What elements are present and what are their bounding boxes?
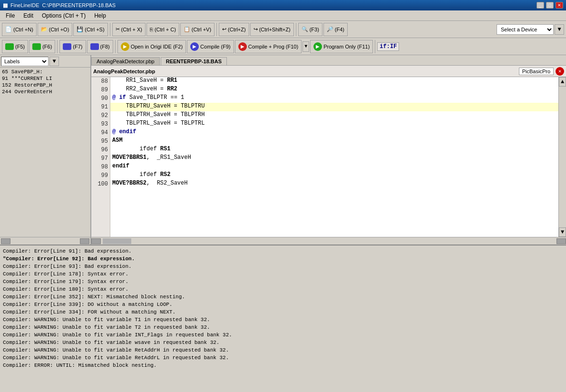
compile-dropdown-button[interactable]: ▼ [303, 41, 309, 52]
vertical-scrollbar[interactable]: ▲ ▼ [558, 77, 566, 237]
editor-panel: AnalogPeakDetector.pbp REENTERPBP-18.BAS… [91, 55, 566, 245]
new-icon: 📄 [5, 26, 12, 32]
menu-edit[interactable]: Edit [20, 11, 37, 20]
menu-file[interactable]: File [2, 11, 19, 20]
title-bar-controls: _ □ ✕ [537, 2, 563, 9]
separator3 [296, 23, 296, 36]
open-button[interactable]: 📂 (Ctrl +O) [38, 23, 72, 36]
scrollbar-thumb-right[interactable] [80, 238, 89, 244]
editor-filename: AnalogPeakDetector.pbp [93, 69, 519, 74]
table-row[interactable]: MOVE?BB RS1, _RS1_SaveH [110, 154, 558, 163]
table-row[interactable]: ifdef RS1 [110, 146, 558, 154]
editor-horizontal-scrollbar[interactable] [91, 237, 566, 245]
table-row[interactable]: RR1_SaveH = RR1 [110, 77, 558, 86]
list-item[interactable]: 152 RestorePBP_H [1, 82, 89, 88]
tab-analogpeakdetector[interactable]: AnalogPeakDetector.pbp [91, 57, 160, 65]
menu-options[interactable]: Options (Ctrl + T) [38, 11, 89, 20]
list-item: Compiler: Error[Line 91]: Bad expression… [3, 247, 563, 255]
toolbar1: 📄 (Ctrl +N) 📂 (Ctrl +O) 💾 (Ctrl +S) ✂ (C… [0, 21, 566, 38]
scroll-right-button[interactable] [556, 238, 566, 244]
cut-button[interactable]: ✂ (Ctrl + X) [112, 23, 146, 36]
redo-button[interactable]: ↪ (Ctrl+Shift+Z) [250, 23, 294, 36]
line-numbers: 888990919293949596979899100 [91, 77, 110, 237]
menu-help[interactable]: Help [90, 11, 110, 20]
table-row[interactable]: ASM [110, 137, 558, 146]
separator6 [375, 40, 375, 53]
close-editor-button[interactable]: ✕ [556, 67, 564, 76]
tab-reenterpbp[interactable]: REENTERPBP-18.BAS [161, 57, 227, 65]
f8-button[interactable]: (F8) [87, 40, 113, 53]
list-item: Compiler: WARNING: Unable to fit variabl… [3, 316, 563, 323]
list-item: Compiler: Error[Line 180]: Syntax error. [3, 285, 563, 293]
title-bar: ▩ FineLineIDE C:\PBP\REENTERPBP-18.BAS _… [0, 0, 566, 10]
separator4 [57, 40, 58, 53]
table-row[interactable]: @ endif [110, 128, 558, 137]
paste-button[interactable]: 📋 (Ctrl +V) [180, 23, 215, 36]
program-only-button[interactable]: ▶ Program Only (F11) [310, 40, 373, 53]
scroll-down-button[interactable]: ▼ [559, 227, 566, 237]
left-horizontal-scrollbar[interactable] [0, 237, 90, 245]
list-item[interactable]: 65 SavePBP_H: [1, 69, 89, 75]
scrollbar-thumb-left[interactable] [1, 238, 10, 244]
labels-dropdown[interactable]: Labels [1, 57, 49, 66]
paste-icon: 📋 [184, 26, 190, 32]
code-content[interactable]: RR1_SaveH = RR1 RR2_SaveH = RR2@ if Save… [110, 77, 558, 237]
line-number: 96 [93, 146, 108, 154]
output-content: Compiler: Error[Line 91]: Bad expression… [0, 245, 566, 392]
find-icon: 🔍 [302, 26, 308, 32]
table-row[interactable]: TBLPTRU_SaveH = TBLPTRU [110, 103, 558, 111]
minimize-button[interactable]: _ [537, 2, 544, 9]
undo-button[interactable]: ↩ (Ctrl+Z) [219, 23, 249, 36]
list-item: Compiler: ERROR: UNTIL: Mismatched block… [3, 362, 563, 369]
line-number: 99 [93, 171, 108, 180]
table-row[interactable]: @ if Save_TBLPTR == 1 [110, 94, 558, 103]
table-row[interactable]: MOVE?BB RS2, RS2_SaveH [110, 180, 558, 188]
scroll-thumb[interactable] [103, 238, 131, 244]
f7-button[interactable]: (F7) [59, 40, 86, 53]
toolbar2: (F5) (F6) (F7) (F8) ▶ Open in Origi IDE … [0, 38, 566, 55]
title-bar-left: ▩ FineLineIDE C:\PBP\REENTERPBP-18.BAS [3, 2, 116, 9]
scroll-up-button[interactable]: ▲ [559, 77, 566, 87]
close-button[interactable]: ✕ [556, 2, 563, 9]
list-item[interactable]: 244 OverReEnterH [1, 88, 89, 95]
list-item: Compiler: WARNING: Unable to fit variabl… [3, 339, 563, 346]
device-dropdown-button[interactable]: ▼ [555, 24, 564, 35]
tab-bar: AnalogPeakDetector.pbp REENTERPBP-18.BAS [91, 55, 566, 66]
compile-button[interactable]: ▶ Compile (F9) [187, 40, 234, 53]
line-number: 89 [93, 86, 108, 94]
findnext-button[interactable]: 🔎 (F4) [323, 23, 348, 36]
list-item: Compiler: Error[Line 339]: DO without a … [3, 301, 563, 308]
separator [110, 23, 110, 36]
list-item: Compiler: WARNING: Unable to fit variabl… [3, 331, 563, 339]
labels-filter-button[interactable]: ▼ [49, 57, 59, 66]
copy-button[interactable]: ⎘ (Ctrl + C) [146, 23, 179, 36]
find-button[interactable]: 🔍 (F3) [298, 23, 322, 36]
table-row[interactable]: RR2_SaveH = RR2 [110, 86, 558, 94]
new-button[interactable]: 📄 (Ctrl +N) [2, 23, 37, 36]
table-row[interactable]: ifdef RS2 [110, 171, 558, 180]
app-name: FineLineIDE [10, 2, 39, 8]
code-editor: 888990919293949596979899100 RR1_SaveH = … [91, 77, 566, 237]
table-row[interactable]: TBLPTRH_SaveH = TBLPTRH [110, 111, 558, 120]
line-number: 97 [93, 154, 108, 163]
list-item: Compiler: Error[Line 178]: Syntax error. [3, 270, 563, 278]
table-row[interactable]: TBLPTRL_SaveH = TBLPTRL [110, 120, 558, 128]
table-row[interactable]: endif [110, 163, 558, 171]
f5-button[interactable]: (F5) [2, 40, 28, 53]
list-item[interactable]: 91 ***CURRENT LI [1, 75, 89, 82]
scroll-left-button[interactable] [91, 238, 101, 244]
list-item: Compiler: Error[Line 352]: NEXT: Mismatc… [3, 293, 563, 301]
save-button[interactable]: 💾 (Ctrl +S) [73, 23, 107, 36]
f5-icon [5, 43, 14, 50]
maximize-button[interactable]: □ [546, 2, 554, 9]
line-number: 90 [93, 94, 108, 103]
open-origi-button[interactable]: ▶ Open in Origi IDE (F2) [117, 40, 186, 53]
f7-icon [63, 43, 71, 50]
file-path: C:\PBP\REENTERPBP-18.BAS [42, 2, 116, 8]
f6-button[interactable]: (F6) [29, 40, 55, 53]
findnext-icon: 🔎 [327, 26, 333, 32]
compile-prog-button[interactable]: ▶ Compile + Prog (F10) [235, 40, 302, 53]
undo-icon: ↩ [222, 26, 226, 32]
editor-header: AnalogPeakDetector.pbp PicBasicPro ✕ [91, 66, 566, 77]
device-select[interactable]: Select a Device [497, 24, 554, 35]
